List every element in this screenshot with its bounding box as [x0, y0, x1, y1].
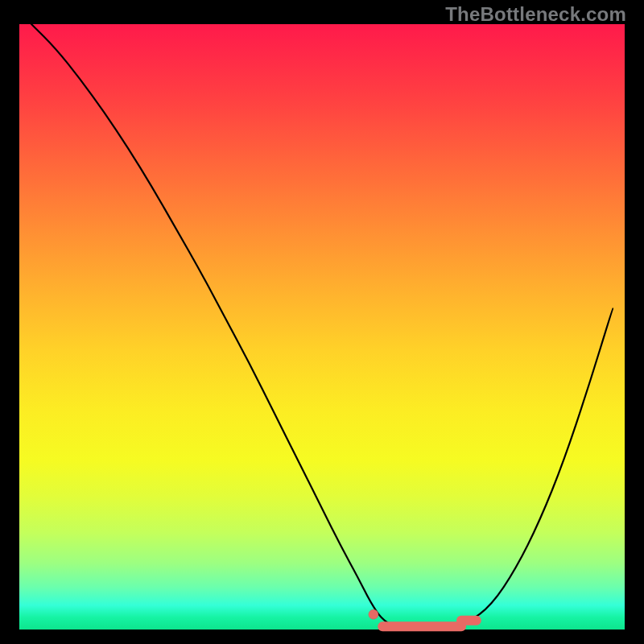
marker-dot [369, 609, 378, 619]
marker-layer [369, 609, 477, 626]
watermark-label: TheBottleneck.com [445, 3, 626, 26]
curve-layer [19, 24, 625, 630]
chart-frame: TheBottleneck.com [0, 0, 644, 644]
plot-area [19, 24, 625, 630]
bottleneck-curve [31, 24, 613, 630]
